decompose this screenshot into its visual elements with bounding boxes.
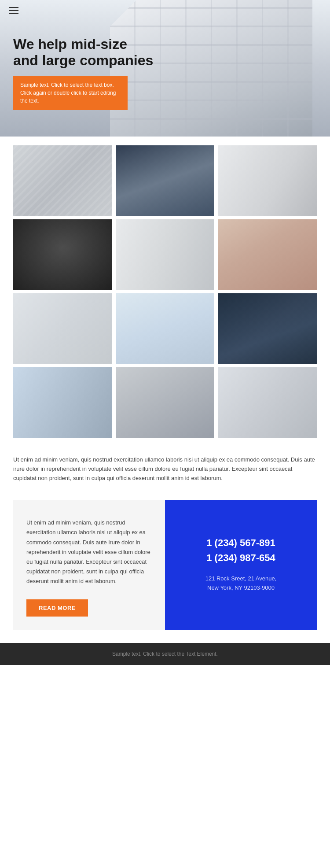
hero-section: We help mid-size and large companies Sam… xyxy=(0,0,330,137)
phone-primary: 1 (234) 567-891 xyxy=(206,537,275,549)
footer-text: Sample text. Click to select the Text El… xyxy=(112,651,218,657)
gallery-item-10[interactable] xyxy=(13,367,112,438)
gallery-item-4[interactable] xyxy=(13,219,112,290)
info-left-panel: Ut enim ad minim veniam, quis nostrud ex… xyxy=(13,500,165,630)
hero-content: We help mid-size and large companies Sam… xyxy=(13,36,153,110)
phone-secondary: 1 (234) 987-654 xyxy=(206,552,275,564)
gallery-item-6[interactable] xyxy=(218,219,317,290)
hero-title: We help mid-size and large companies xyxy=(13,36,153,69)
read-more-button[interactable]: READ MorE xyxy=(26,599,88,617)
info-right-panel: 1 (234) 567-891 1 (234) 987-654 121 Rock… xyxy=(165,500,317,630)
gallery-item-2[interactable] xyxy=(116,145,215,216)
gallery-item-12[interactable] xyxy=(218,367,317,438)
hero-cta-box[interactable]: Sample text. Click to select the text bo… xyxy=(13,76,128,110)
gallery-item-5[interactable] xyxy=(116,219,215,290)
body-paragraph: Ut enim ad minim veniam, quis nostrud ex… xyxy=(0,447,330,487)
hero-cta-text: Sample text. Click to select the text bo… xyxy=(20,82,116,104)
info-left-text: Ut enim ad minim veniam, quis nostrud ex… xyxy=(26,518,152,586)
gallery-item-9[interactable] xyxy=(218,293,317,364)
gallery-section xyxy=(0,137,330,447)
footer: Sample text. Click to select the Text El… xyxy=(0,643,330,665)
nav-menu-button[interactable] xyxy=(9,7,18,14)
gallery-item-1[interactable] xyxy=(13,145,112,216)
gallery-item-8[interactable] xyxy=(116,293,215,364)
gallery-item-7[interactable] xyxy=(13,293,112,364)
gallery-item-11[interactable] xyxy=(116,367,215,438)
gallery-item-3[interactable] xyxy=(218,145,317,216)
address-text: 121 Rock Sreet, 21 Avenue,New York, NY 9… xyxy=(205,574,277,593)
info-section: Ut enim ad minim veniam, quis nostrud ex… xyxy=(0,487,330,643)
